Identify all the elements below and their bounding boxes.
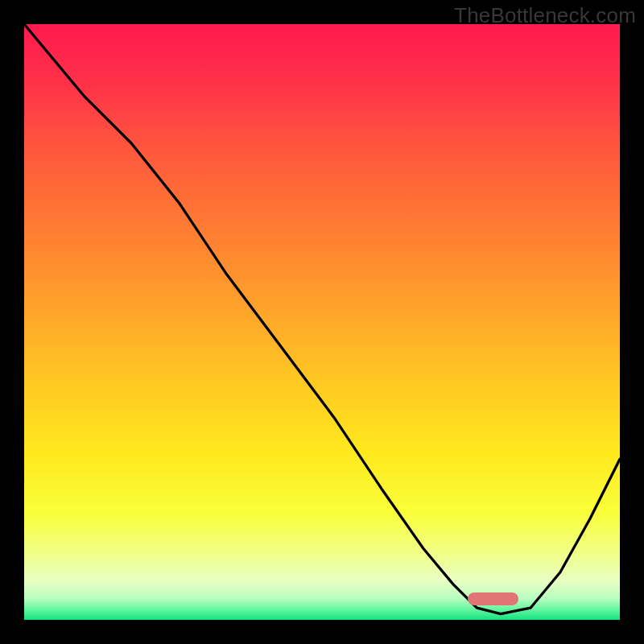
plot-area — [24, 24, 620, 620]
chart-frame: TheBottleneck.com — [0, 0, 644, 644]
optimal-marker — [468, 592, 518, 605]
bottleneck-curve — [24, 24, 620, 620]
